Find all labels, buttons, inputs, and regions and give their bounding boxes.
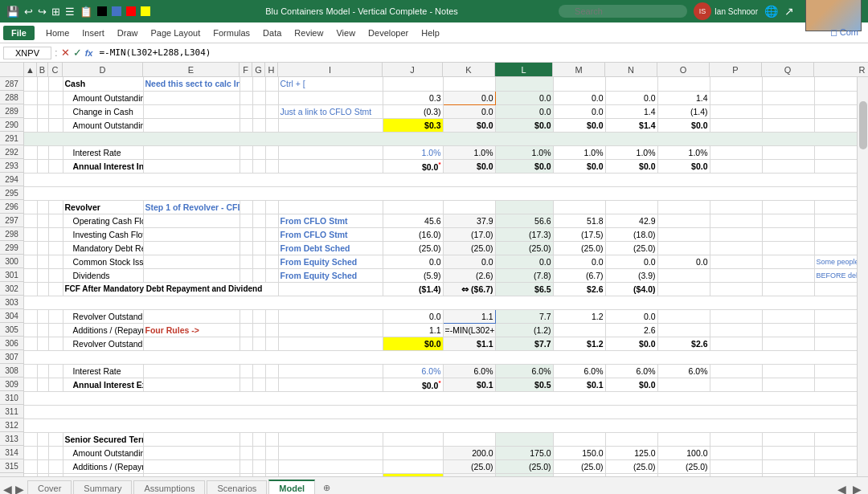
r305-k[interactable]: =-MIN(L302+L288,L304) [443,323,495,337]
r298-m[interactable]: (17.5) [553,227,605,241]
r301-k[interactable]: (2.6) [443,268,495,282]
tab-scenarios[interactable]: Scenarios [207,480,267,494]
r292-o[interactable]: 1.0% [657,145,710,159]
r298-l[interactable]: (17.3) [495,227,553,241]
r315-o[interactable]: (25.0) [657,459,710,473]
col-header-m[interactable]: M [553,63,605,76]
r290-o[interactable]: $0.0 [657,118,710,132]
tab-model[interactable]: Model [268,480,315,494]
tab-nav-right[interactable]: ▶ [15,483,24,494]
r306-n[interactable]: $0.0 [605,337,657,350]
formula-function-button[interactable]: fx [85,48,93,58]
r288-o[interactable]: 1.4 [657,91,710,104]
formula-cancel-button[interactable]: ✕ [61,47,70,59]
insert-menu[interactable]: Insert [76,26,111,40]
page-layout-menu[interactable]: Page Layout [144,26,207,40]
copy-icon[interactable]: 📋 [80,6,92,18]
home-menu[interactable]: Home [39,26,76,40]
r300-n[interactable]: 0.0 [605,255,657,268]
r305-l[interactable]: (1.2) [495,323,553,337]
r300-d[interactable]: Common Stock Issuance / (Buy-back) [63,255,143,268]
r304-l[interactable]: 7.7 [495,309,553,323]
col-header-b[interactable]: B [37,63,48,76]
col-header-q[interactable]: Q [762,63,814,76]
r301-n[interactable]: (3.9) [605,268,657,282]
r314-k[interactable]: 200.0 [443,446,495,459]
tab-nav-left[interactable]: ◀ [3,483,12,494]
r299-n[interactable]: (25.0) [605,241,657,255]
col-header-h[interactable]: H [265,63,278,76]
draw-menu[interactable]: Draw [111,26,145,40]
r316-o[interactable]: $75.0 [657,473,710,476]
r300-j[interactable]: 0.0 [383,255,443,268]
r316-d[interactable]: Amount Outstanding - Ending [63,473,143,476]
r290-n[interactable]: $1.4 [605,118,657,132]
r316-n[interactable]: $100.0 [605,473,657,476]
r293-n[interactable]: $0.0 [605,159,657,173]
r293-m[interactable]: $0.0 [553,159,605,173]
r302-l[interactable]: $6.5 [495,282,553,296]
r299-l[interactable]: (25.0) [495,241,553,255]
search-input[interactable] [559,5,687,18]
r308-l[interactable]: 6.0% [495,364,553,378]
r309-n[interactable]: $0.0 [605,378,657,391]
r293-l[interactable]: $0.0 [495,159,553,173]
r288-n[interactable]: 0.0 [605,91,657,104]
developer-menu[interactable]: Developer [362,26,415,40]
r289-d[interactable]: Change in Cash [63,104,143,118]
r297-j[interactable]: 45.6 [383,214,443,227]
r289-o[interactable]: (1.4) [657,104,710,118]
r304-n[interactable]: 0.0 [605,309,657,323]
r290-d[interactable]: Amount Outstanding - Ending [63,118,143,132]
col-header-g[interactable]: G [252,63,265,76]
r315-n[interactable]: (25.0) [605,459,657,473]
r299-d[interactable]: Mandatory Debt Repayments [63,241,143,255]
r301-l[interactable]: (7.8) [495,268,553,282]
r301-d[interactable]: Dividends [63,268,143,282]
r305-m[interactable] [553,323,605,337]
r292-k[interactable]: 1.0% [443,145,495,159]
r308-m[interactable]: 6.0% [553,364,605,378]
col-header-c[interactable]: C [48,63,63,76]
r293-k[interactable]: $0.0 [443,159,495,173]
r297-m[interactable]: 51.8 [553,214,605,227]
r299-m[interactable]: (25.0) [553,241,605,255]
col-header-i[interactable]: I [278,63,383,76]
r301-m[interactable]: (6.7) [553,268,605,282]
formula-confirm-button[interactable]: ✓ [73,47,82,59]
r289-m[interactable]: 0.0 [553,104,605,118]
r288-j[interactable]: 0.3 [383,91,443,104]
r299-k[interactable]: (25.0) [443,241,495,255]
r314-o[interactable]: 100.0 [657,446,710,459]
r306-d[interactable]: Revolver Outstanding - Ending [63,337,143,350]
r300-m[interactable]: 0.0 [553,255,605,268]
r304-k[interactable]: 1.1 [443,309,495,323]
r305-j[interactable]: 1.1 [383,323,443,337]
r288-l[interactable]: 0.0 [495,91,553,104]
horizontal-scroll-left[interactable]: ◀ [834,483,850,494]
review-menu[interactable]: Review [288,26,330,40]
r293-j[interactable]: $0.0* [383,159,443,173]
save-icon[interactable]: 💾 [6,6,19,18]
r302-j[interactable]: ($1.4) [383,282,443,296]
globe-icon[interactable]: 🌐 [764,5,778,18]
col-header-f[interactable]: F [240,63,252,76]
r308-o[interactable]: 6.0% [657,364,710,378]
r290-l[interactable]: $0.0 [495,118,553,132]
r300-k[interactable]: 0.0 [443,255,495,268]
r292-l[interactable]: 1.0% [495,145,553,159]
col-header-p[interactable]: P [710,63,762,76]
r290-j[interactable]: $0.3 [383,118,443,132]
share-icon[interactable]: ↗ [784,5,794,18]
horizontal-scroll-right[interactable]: ▶ [850,483,865,494]
data-menu[interactable]: Data [256,26,288,40]
r296-d[interactable]: Revolver [63,200,143,214]
r304-j[interactable]: 0.0 [383,309,443,323]
r299-j[interactable]: (25.0) [383,241,443,255]
r297-l[interactable]: 56.6 [495,214,553,227]
file-menu-button[interactable]: File [3,26,35,40]
r302-n[interactable]: ($4.0) [605,282,657,296]
r293-o[interactable]: $0.0 [657,159,710,173]
r289-n[interactable]: 1.4 [605,104,657,118]
r308-k[interactable]: 6.0% [443,364,495,378]
